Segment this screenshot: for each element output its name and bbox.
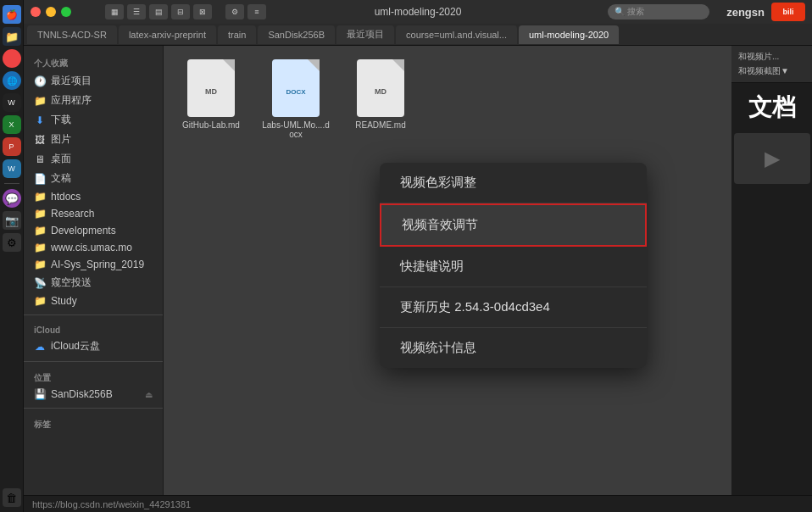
tab-uml[interactable]: uml-modeling-2020 (519, 25, 619, 44)
context-menu-item-shortcuts[interactable]: 快捷键说明 (380, 247, 647, 287)
context-menu-item-history[interactable]: 更新历史 2.54.3-0d4cd3e4 (380, 287, 647, 328)
file-item-readme[interactable]: MD README.md (347, 59, 414, 139)
sandisk-icon: 💾 (34, 388, 46, 400)
bilibili-logo: bili (771, 3, 805, 21)
downloads-icon: ⬇ (34, 114, 46, 126)
context-menu: 视频色彩调整 视频音效调节 ➜ 快捷键说明 更新历史 2.54.3-0d4cd3… (380, 163, 647, 368)
file-icon-labs-uml: DOCX (272, 59, 320, 117)
video-panel-title: 文档 (731, 83, 812, 128)
titlebar: ▦ ☰ ▤ ⊟ ⊠ ⚙ ≡ uml-modeling-2020 🔍 搜索 zen… (24, 0, 812, 24)
apps-icon: 📁 (34, 95, 46, 107)
sidebar-icloud-label: iCloud (24, 320, 163, 337)
context-menu-item-stats[interactable]: 视频统计信息 (380, 328, 647, 368)
dock-icon-app1[interactable] (3, 49, 21, 68)
file-grid: MD GitHub-Lab.md DOCX Labs-UML.Mo....doc… (177, 59, 718, 139)
dock-icon-folder[interactable]: 📁 (3, 27, 21, 46)
file-item-github-lab[interactable]: MD GitHub-Lab.md (177, 59, 245, 139)
sidebar-item-icloud[interactable]: ☁ iCloud云盘 (24, 337, 163, 356)
view-toggle-4[interactable]: ⊟ (171, 4, 190, 19)
pictures-icon: 🖼 (34, 134, 46, 146)
ai-sys-icon: 📁 (34, 259, 46, 270)
video-panel-header: 和视频片... 和视频截图▼ (731, 46, 812, 83)
dock-icon-app2[interactable]: 🌐 (3, 71, 21, 90)
recent-icon: 🕐 (34, 75, 46, 87)
context-menu-item-audio[interactable]: 视频音效调节 ➜ (380, 203, 647, 247)
airdrop-icon: 📡 (34, 277, 46, 289)
docs-icon: 📄 (34, 173, 46, 185)
traffic-lights (31, 7, 71, 17)
dock-icon-app8[interactable]: 📷 (3, 211, 21, 230)
view-toggle-5[interactable]: ⊠ (193, 4, 212, 19)
sidebar-item-apps[interactable]: 📁 应用程序 (24, 91, 163, 110)
sidebar-item-sandisk[interactable]: 💾 SanDisk256B ⏏ (24, 386, 163, 403)
eject-icon[interactable]: ⏏ (145, 390, 153, 399)
dock-icon-app5[interactable]: P (3, 137, 21, 156)
view-toggle-3[interactable]: ▤ (149, 4, 168, 19)
view-toggle-1[interactable]: ▦ (105, 4, 124, 19)
sidebar: 个人收藏 🕐 最近项目 📁 应用程序 ⬇ 下载 🖼 图片 (24, 46, 164, 495)
video-thumbnail: ▶ (734, 133, 810, 184)
sidebar-item-ai-sys[interactable]: 📁 AI-Sys_Spring_2019 (24, 256, 163, 273)
tab-sandisk[interactable]: SanDisk256B (258, 25, 335, 44)
brand-label: zengsn (726, 6, 765, 19)
context-menu-item-color[interactable]: 视频色彩调整 (380, 163, 647, 203)
sidebar-tags-label: 标签 (24, 414, 163, 432)
tab-train[interactable]: train (218, 25, 256, 44)
video-panel: 和视频片... 和视频截图▼ 文档 ▶ (731, 46, 812, 495)
minimize-button[interactable] (46, 7, 56, 17)
sidebar-item-pictures[interactable]: 🖼 图片 (24, 130, 163, 149)
fullscreen-button[interactable] (61, 7, 71, 17)
file-icon-readme: MD (357, 59, 404, 117)
developments-icon: 📁 (34, 225, 46, 237)
sidebar-item-htdocs[interactable]: 📁 htdocs (24, 188, 163, 205)
sidebar-location-label: 位置 (24, 367, 163, 386)
video-header-text1: 和视频片... (738, 51, 805, 63)
sidebar-item-desktop[interactable]: 🖥 桌面 (24, 149, 163, 169)
dock-icon-finder[interactable]: 🍎 (3, 5, 21, 24)
sidebar-item-airdrop[interactable]: 📡 窥空投送 (24, 273, 163, 292)
file-icon-github-lab: MD (187, 59, 235, 117)
sidebar-item-study[interactable]: 📁 Study (24, 292, 163, 309)
dock-icon-app7[interactable]: 💬 (3, 189, 21, 208)
close-button[interactable] (31, 7, 41, 17)
sidebar-item-developments[interactable]: 📁 Developments (24, 222, 163, 239)
video-header-text2: 和视频截图▼ (738, 65, 805, 77)
sidebar-item-research[interactable]: 📁 Research (24, 205, 163, 222)
tabs-bar: TNNLS-ACD-SR latex-arxiv-preprint train … (24, 24, 812, 46)
htdocs-icon: 📁 (34, 191, 46, 203)
dock-icon-app9[interactable]: ⚙ (3, 233, 21, 252)
action-btn[interactable]: ⚙ (225, 4, 244, 19)
search-box[interactable]: 🔍 搜索 (608, 4, 709, 19)
sidebar-item-downloads[interactable]: ⬇ 下载 (24, 110, 163, 130)
desktop-icon: 🖥 (34, 153, 46, 165)
tab-recent[interactable]: 最近项目 (336, 25, 394, 44)
sidebar-item-docs[interactable]: 📄 文稿 (24, 169, 163, 188)
tab-course[interactable]: course=uml.and.visual... (396, 25, 517, 44)
sidebar-item-www[interactable]: 📁 www.cis.umac.mo (24, 239, 163, 256)
icloud-icon: ☁ (34, 341, 46, 353)
view-toggle-2[interactable]: ☰ (127, 4, 146, 19)
tab-latex[interactable]: latex-arxiv-preprint (119, 25, 216, 44)
window-title: uml-modeling-2020 (375, 6, 462, 18)
dock-icon-app3[interactable]: W (3, 93, 21, 112)
www-icon: 📁 (34, 242, 46, 253)
statusbar: https://blog.csdn.net/weixin_44291381 (24, 495, 812, 512)
titlebar-right: 🔍 搜索 zengsn bili (608, 3, 805, 21)
dock-icon-app6[interactable]: W (3, 159, 21, 178)
dock-icon-app4[interactable]: X (3, 115, 21, 134)
dock-icon-trash[interactable]: 🗑 (3, 488, 21, 507)
tab-tnnls[interactable]: TNNLS-ACD-SR (27, 25, 117, 44)
sidebar-item-recent[interactable]: 🕐 最近项目 (24, 71, 163, 91)
nav-btn[interactable]: ≡ (247, 4, 266, 19)
file-item-labs-uml[interactable]: DOCX Labs-UML.Mo....docx (262, 59, 330, 139)
study-icon: 📁 (34, 295, 46, 307)
status-url: https://blog.csdn.net/weixin_44291381 (32, 499, 191, 509)
sidebar-personal-label: 个人收藏 (24, 53, 163, 71)
dock: 🍎 📁 🌐 W X P W 💬 📷 ⚙ 🗑 (0, 0, 24, 512)
research-icon: 📁 (34, 208, 46, 220)
